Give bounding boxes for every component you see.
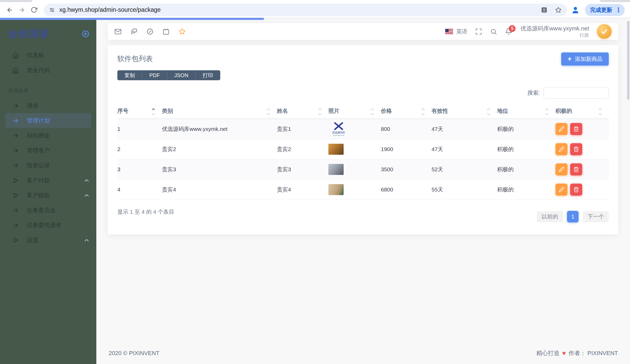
sidebar-app-list: 滑块 管理计划 回扣佣金 管理客户 投资记录 客户付款 客户提款 任务委员会 任… bbox=[0, 98, 96, 248]
sidebar-item[interactable]: 仪表板 bbox=[0, 48, 96, 63]
scrollbar-thumb[interactable] bbox=[627, 21, 629, 100]
sort-carets-icon[interactable] bbox=[545, 108, 549, 115]
cell-category: 优选源码库www.yxymk.net bbox=[162, 119, 277, 139]
column-header[interactable]: 有效性 bbox=[432, 105, 497, 119]
play-icon bbox=[12, 177, 19, 184]
table-row: 3 贵宾3 贵宾3 3500 52天 积极的 bbox=[117, 159, 609, 180]
calendar-icon[interactable] bbox=[162, 28, 170, 35]
export-pdf-button[interactable]: PDF bbox=[142, 70, 167, 80]
bookmark-star-icon[interactable] bbox=[555, 7, 562, 13]
main-content: 英语 5 优选源码库www.yxymk.net 行政 bbox=[96, 20, 630, 364]
add-new-product-button[interactable]: + 添加新商品 bbox=[561, 52, 609, 66]
export-json-button[interactable]: JSON bbox=[167, 70, 195, 80]
cell-name: 贵宾2 bbox=[277, 139, 328, 159]
sidebar-item-active[interactable]: 管理计划 bbox=[5, 113, 91, 128]
sidebar-item[interactable]: 客户付款 bbox=[0, 173, 96, 188]
chat-icon[interactable] bbox=[130, 28, 138, 35]
delete-button[interactable] bbox=[570, 123, 582, 135]
sidebar-item[interactable]: 任务委员会 bbox=[0, 203, 96, 218]
sort-carets-icon[interactable] bbox=[152, 108, 155, 115]
forward-button[interactable] bbox=[16, 4, 28, 16]
browser-scrollbar[interactable] bbox=[626, 20, 630, 364]
column-header[interactable]: 姓名 bbox=[277, 105, 328, 119]
sort-carets-icon[interactable] bbox=[267, 108, 270, 115]
column-header[interactable]: 照片 bbox=[328, 105, 381, 119]
translate-icon[interactable]: 文 bbox=[541, 7, 548, 13]
edit-button[interactable] bbox=[555, 123, 568, 135]
check-circle-icon[interactable] bbox=[146, 28, 154, 35]
cell-photo bbox=[328, 159, 381, 180]
edit-button[interactable] bbox=[555, 184, 568, 196]
product-photo-image bbox=[328, 164, 344, 175]
home-icon bbox=[12, 52, 19, 59]
sort-carets-icon[interactable] bbox=[487, 108, 490, 115]
sort-carets-icon[interactable] bbox=[598, 108, 602, 115]
current-page-button[interactable]: 1 bbox=[567, 211, 579, 222]
product-logo-image: 优选源码库 bbox=[328, 122, 349, 136]
arrow-icon bbox=[12, 222, 19, 229]
column-header[interactable]: 积极的 bbox=[555, 105, 609, 119]
sidebar-pin-toggle-icon[interactable] bbox=[82, 30, 90, 38]
reload-button[interactable] bbox=[28, 4, 40, 16]
cell-validity: 47天 bbox=[432, 139, 497, 159]
product-photo-image bbox=[328, 144, 344, 155]
sidebar-item[interactable]: 投资记录 bbox=[0, 158, 96, 173]
cell-status: 积极的 bbox=[497, 159, 555, 180]
delete-button[interactable] bbox=[570, 143, 582, 155]
column-header[interactable]: 序号 bbox=[117, 105, 162, 119]
cell-actions bbox=[555, 159, 609, 180]
next-page-button[interactable]: 下一个 bbox=[583, 211, 609, 222]
us-flag-icon bbox=[445, 29, 453, 34]
language-selector[interactable]: 英语 bbox=[445, 28, 467, 35]
sidebar-item[interactable]: 管理客户 bbox=[0, 143, 96, 158]
page-load-strip bbox=[0, 18, 630, 20]
sort-carets-icon[interactable] bbox=[421, 108, 425, 115]
table-header-row: 序号 类别 姓名 照片 价格 有效性 bbox=[117, 105, 609, 119]
email-icon[interactable] bbox=[114, 28, 122, 35]
user-avatar[interactable] bbox=[597, 24, 612, 39]
export-复制-button[interactable]: 复制 bbox=[117, 70, 142, 80]
search-input[interactable] bbox=[544, 87, 609, 99]
site-settings-icon[interactable] bbox=[49, 7, 55, 13]
sidebar-item[interactable]: 设置 bbox=[0, 233, 96, 248]
export-button-group: 复制PDFJSON打印 bbox=[117, 70, 220, 80]
search-icon[interactable] bbox=[490, 28, 497, 35]
chrome-update-button[interactable]: 完成更新 ⋮ bbox=[585, 4, 625, 16]
delete-button[interactable] bbox=[570, 184, 582, 196]
sidebar-item[interactable]: 客户提款 bbox=[0, 188, 96, 203]
fullscreen-icon[interactable] bbox=[475, 28, 482, 35]
profile-avatar-icon[interactable] bbox=[571, 5, 580, 15]
column-header[interactable]: 类别 bbox=[162, 105, 277, 119]
column-header[interactable]: 地位 bbox=[497, 105, 555, 119]
sidebar-item[interactable]: 奖金代码 bbox=[0, 63, 96, 78]
favorite-star-icon[interactable] bbox=[178, 28, 186, 35]
browser-menu-icon[interactable]: ⋮ bbox=[615, 7, 622, 13]
cell-validity: 52天 bbox=[432, 159, 497, 180]
copyright-text: 2020 © PIXINVENT bbox=[109, 350, 160, 357]
cell-photo bbox=[328, 139, 381, 159]
user-info[interactable]: 优选源码库www.yxymk.net 行政 bbox=[520, 25, 589, 38]
column-header[interactable]: 价格 bbox=[381, 105, 432, 119]
edit-button[interactable] bbox=[555, 163, 568, 175]
chevron-up-icon bbox=[84, 194, 89, 197]
sort-carets-icon[interactable] bbox=[371, 108, 374, 115]
sort-carets-icon[interactable] bbox=[318, 108, 322, 115]
pagination: 以前的 1 下一个 bbox=[537, 211, 609, 222]
heart-icon: ♥ bbox=[562, 350, 566, 357]
made-with-text: 精心打造 bbox=[537, 349, 560, 357]
notifications-bell-icon[interactable]: 5 bbox=[505, 28, 512, 35]
previous-page-button[interactable]: 以前的 bbox=[537, 211, 563, 222]
sidebar-item[interactable]: 回扣佣金 bbox=[0, 128, 96, 143]
sidebar-item[interactable]: 滑块 bbox=[0, 98, 96, 113]
cell-validity: 47天 bbox=[432, 119, 497, 139]
delete-button[interactable] bbox=[570, 163, 582, 175]
address-bar[interactable]: xg.hwym.shop/admin-source/package 文 bbox=[44, 4, 567, 16]
back-button[interactable] bbox=[4, 4, 16, 16]
arrow-icon bbox=[12, 132, 19, 139]
cell-actions bbox=[555, 180, 609, 200]
export-打印-button[interactable]: 打印 bbox=[195, 70, 220, 80]
sidebar-item[interactable]: 任务委托请求 bbox=[0, 218, 96, 233]
active-tab[interactable] bbox=[32, 0, 601, 2]
edit-button[interactable] bbox=[555, 143, 568, 155]
pencil-icon bbox=[559, 167, 564, 172]
